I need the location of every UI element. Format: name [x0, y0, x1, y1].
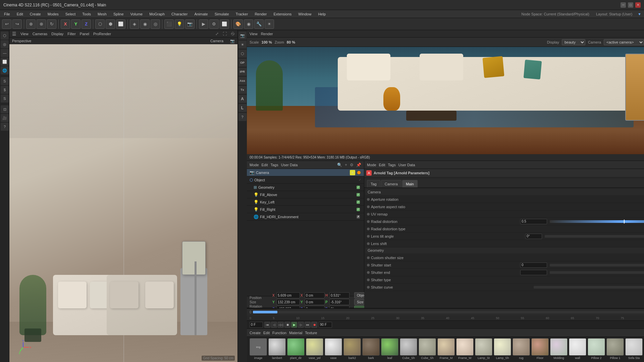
mode-edge[interactable]: —: [1, 49, 9, 57]
p-rot-input[interactable]: [329, 299, 350, 305]
mat-item-vase[interactable]: vase: [325, 338, 342, 361]
skip-end-btn[interactable]: ⏭: [305, 322, 311, 328]
vp-right-ipr[interactable]: IPR: [238, 68, 247, 76]
mode-poly[interactable]: ⬡: [1, 32, 9, 40]
play-reverse-btn[interactable]: ◁◁: [278, 322, 284, 328]
render-menu-render[interactable]: Render: [261, 32, 273, 36]
menu-create[interactable]: Create: [29, 11, 42, 17]
orbit-tool[interactable]: ⬡: [95, 19, 105, 29]
mat-item-rug[interactable]: rug: [513, 338, 530, 361]
end-frame-input[interactable]: [319, 322, 332, 328]
right-mode-btn[interactable]: Mode: [367, 163, 376, 167]
obj-mode-btn[interactable]: Mode: [250, 163, 259, 167]
shutter-end-slider[interactable]: [550, 271, 644, 274]
obj-pin-icon[interactable]: 📌: [356, 163, 361, 167]
material-tool[interactable]: ◉: [244, 19, 253, 29]
z-axis[interactable]: Z: [82, 19, 91, 29]
record-btn[interactable]: ⏺: [311, 322, 317, 328]
vp-right-camera[interactable]: 📷: [238, 32, 247, 40]
viewport-canvas[interactable]: X Z Y Grid Spacing: 50 cm: [9, 44, 237, 362]
mode-obj[interactable]: ⬜: [1, 58, 9, 66]
minimize-button[interactable]: ─: [621, 2, 626, 8]
obj-item-fill-above[interactable]: 💡 Fill_Above ✓: [247, 191, 364, 198]
next-frame-btn[interactable]: ▷: [298, 322, 304, 328]
mode-cam[interactable]: 🎥: [1, 114, 9, 122]
scale-tool[interactable]: ⊗: [37, 19, 46, 29]
viewport-menu-toggle[interactable]: ☰: [12, 31, 16, 37]
point-tool[interactable]: ◎: [151, 19, 160, 29]
radial-distortion-input[interactable]: [520, 219, 547, 224]
render-settings[interactable]: ⚙: [209, 19, 219, 29]
obj-edit-btn[interactable]: Edit: [262, 163, 268, 167]
vp-menu-panel[interactable]: Panel: [80, 32, 89, 36]
mat-item-cube-sh2[interactable]: Cube_Sh: [419, 338, 436, 361]
shutter-end-input[interactable]: [520, 270, 547, 275]
undo-button[interactable]: ↩: [2, 19, 11, 29]
right-userdata-btn[interactable]: User Data: [398, 163, 415, 167]
mat-function-btn[interactable]: Function: [272, 331, 286, 335]
x-pos-input[interactable]: [276, 292, 300, 298]
texture-tool[interactable]: 🎨: [233, 19, 243, 29]
mode-extra1[interactable]: ?: [1, 123, 9, 131]
mode-scene[interactable]: 🌐: [1, 66, 9, 74]
mat-item-bark[interactable]: bark: [362, 338, 380, 361]
play-btn[interactable]: ▶: [291, 322, 297, 328]
obj-item-camera[interactable]: 📷 Camera A: [247, 169, 364, 176]
close-button[interactable]: ✕: [635, 2, 641, 8]
mat-item-plant[interactable]: plant_dir: [287, 338, 305, 361]
mat-item-pillow2[interactable]: Pillow 2: [588, 338, 605, 361]
obj-tool[interactable]: ⬛: [164, 19, 174, 29]
rotate-tool[interactable]: ↻: [47, 19, 56, 29]
vp-right-tx[interactable]: Tx: [238, 86, 247, 94]
display-dropdown[interactable]: beauty diffuse specular: [562, 39, 585, 45]
mode-s3[interactable]: S: [1, 95, 9, 103]
edge-tool[interactable]: ◉: [140, 19, 150, 29]
menu-mograph[interactable]: MoGraph: [148, 11, 166, 17]
prev-frame-btn[interactable]: ◁: [271, 322, 277, 328]
y-pos-input[interactable]: [276, 299, 300, 305]
camera-icon-btn[interactable]: 📷: [230, 39, 235, 43]
mat-item-lambert[interactable]: lambert: [268, 338, 286, 361]
mat-item-image[interactable]: img image: [250, 338, 267, 361]
menu-extensions[interactable]: Extensions: [272, 11, 293, 17]
menu-modes[interactable]: Modes: [46, 11, 60, 17]
y-axis[interactable]: Y: [71, 19, 80, 29]
obj-item-key-left[interactable]: 💡 Key_Left ✓: [247, 198, 364, 206]
menu-select[interactable]: Select: [64, 11, 77, 17]
mat-texture-btn[interactable]: Texture: [305, 331, 317, 335]
mode-s1[interactable]: S: [1, 77, 9, 85]
vp-menu-prorender[interactable]: ProRender: [93, 32, 111, 36]
right-edit-btn[interactable]: Edit: [379, 163, 385, 167]
stop-btn[interactable]: ⏹: [284, 322, 290, 328]
mat-item-leaf[interactable]: leaf: [381, 338, 398, 361]
tab-camera[interactable]: Camera: [381, 180, 401, 187]
fill-right-vis[interactable]: ✓: [357, 208, 360, 211]
maximize-button[interactable]: □: [628, 2, 633, 8]
obj-userdata-btn[interactable]: User Data: [281, 163, 298, 167]
obj-item-hdri[interactable]: 🌐 Fill_HDRI_Environment ✗: [247, 213, 364, 221]
redo-button[interactable]: ↪: [12, 19, 22, 29]
current-frame-input[interactable]: [250, 322, 263, 328]
menu-animate[interactable]: Animate: [193, 11, 209, 17]
rect-select[interactable]: ⬜: [116, 19, 125, 29]
obj-filter-icon[interactable]: ⚙: [350, 163, 354, 167]
menu-window[interactable]: Window: [297, 11, 313, 17]
menu-tools[interactable]: Tools: [81, 11, 92, 17]
snap-tool[interactable]: 🔧: [254, 19, 264, 29]
z-pos-input[interactable]: [276, 306, 300, 308]
menu-simulate[interactable]: Simulate: [213, 11, 230, 17]
hdri-vis[interactable]: ✗: [357, 215, 360, 219]
obj-tags-btn[interactable]: Tags: [271, 163, 278, 167]
obj-item-geometry[interactable]: ⊞ Geometry ✓: [247, 184, 364, 191]
mat-item-vase-yel[interactable]: vase_yel: [306, 338, 323, 361]
b-rot-input[interactable]: [329, 306, 350, 308]
menu-mesh[interactable]: Mesh: [96, 11, 108, 17]
timeline-bar[interactable]: [253, 311, 644, 313]
vp-menu-cameras[interactable]: Cameras: [33, 32, 48, 36]
x-size-input[interactable]: [305, 292, 325, 298]
mat-item-bark2[interactable]: bark2: [343, 338, 361, 361]
obj-add-icon[interactable]: +: [345, 163, 347, 167]
mat-item-molding[interactable]: Molding: [550, 338, 568, 361]
tab-tag[interactable]: Tag: [367, 180, 380, 187]
mode-floor[interactable]: ⊡: [1, 105, 9, 113]
